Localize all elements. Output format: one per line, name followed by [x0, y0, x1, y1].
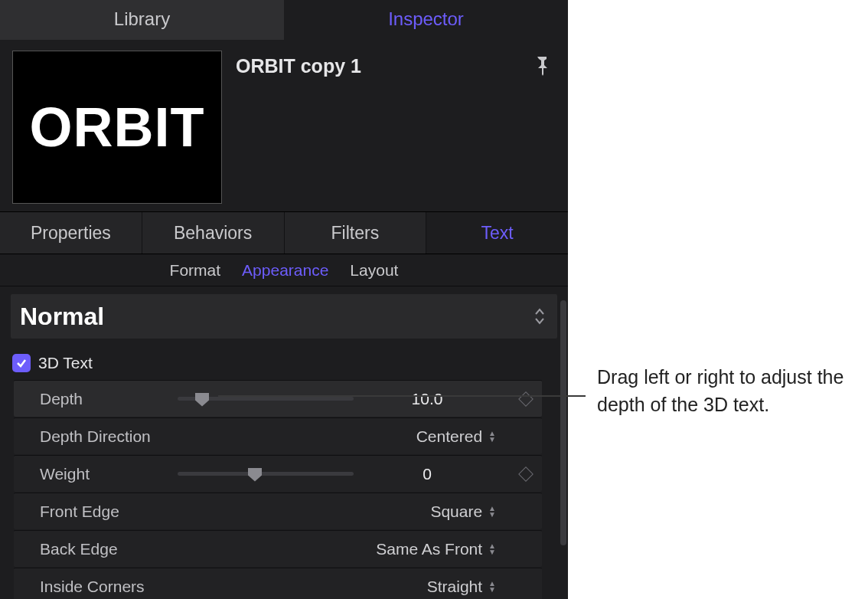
param-front-edge: Front Edge Square ▲▼	[14, 493, 542, 529]
param-weight: Weight 0	[14, 455, 542, 492]
object-title: ORBIT copy 1	[236, 51, 361, 80]
tab-inspector[interactable]: Inspector	[284, 0, 568, 40]
param-inside-corners: Inside Corners Straight ▲▼	[14, 568, 542, 599]
inside-corners-label: Inside Corners	[24, 578, 178, 596]
back-edge-popup[interactable]: Same As Front ▲▼	[178, 540, 501, 558]
subtab-appearance[interactable]: Appearance	[242, 261, 328, 280]
tab-properties[interactable]: Properties	[0, 212, 142, 254]
3d-text-label: 3D Text	[38, 354, 93, 372]
subtab-layout[interactable]: Layout	[350, 261, 398, 280]
depth-direction-label: Depth Direction	[24, 427, 178, 446]
updown-stepper-icon: ▲▼	[488, 543, 496, 555]
front-edge-value: Square	[430, 502, 482, 521]
depth-value[interactable]: 10.0	[354, 390, 501, 408]
updown-stepper-icon: ▲▼	[488, 430, 496, 443]
inside-corners-popup[interactable]: Straight ▲▼	[178, 578, 501, 596]
tab-text[interactable]: Text	[426, 212, 568, 254]
checkmark-icon	[15, 357, 28, 369]
top-tabs: Library Inspector	[0, 0, 568, 40]
back-edge-label: Back Edge	[24, 540, 178, 558]
text-style-value: Normal	[20, 303, 104, 331]
tab-library[interactable]: Library	[0, 0, 284, 40]
front-edge-label: Front Edge	[24, 502, 178, 521]
3d-text-checkbox[interactable]	[12, 354, 31, 372]
inspector-panel: Library Inspector ORBIT ORBIT copy 1 Pro…	[0, 0, 568, 599]
param-depth: Depth 10.0	[14, 380, 542, 417]
pin-icon	[534, 55, 550, 77]
text-style-popup[interactable]: Normal	[11, 294, 557, 339]
tab-behaviors[interactable]: Behaviors	[142, 212, 285, 254]
subtab-format[interactable]: Format	[170, 261, 221, 280]
depth-slider[interactable]	[178, 388, 354, 410]
weight-slider[interactable]	[178, 463, 354, 485]
callout-text: Drag left or right to adjust the depth o…	[597, 363, 857, 418]
param-depth-direction: Depth Direction Centered ▲▼	[14, 417, 542, 454]
3d-text-checkbox-row: 3D Text	[11, 349, 557, 380]
keyframe-diamond-icon[interactable]	[518, 466, 534, 482]
weight-slider-thumb[interactable]	[248, 468, 262, 482]
depth-direction-popup[interactable]: Centered ▲▼	[178, 427, 501, 446]
callout-line	[218, 395, 586, 397]
scrollbar[interactable]	[560, 300, 566, 545]
3d-text-section: 3D Text Depth 10.0 Depth Direction Cente…	[0, 346, 568, 599]
weight-label: Weight	[24, 465, 178, 483]
updown-stepper-icon: ▲▼	[488, 506, 496, 518]
keyframe-diamond-icon[interactable]	[518, 391, 534, 407]
depth-direction-value: Centered	[416, 427, 482, 446]
back-edge-value: Same As Front	[376, 540, 482, 558]
depth-slider-thumb[interactable]	[195, 393, 209, 407]
front-edge-popup[interactable]: Square ▲▼	[178, 502, 501, 521]
preview-thumbnail[interactable]: ORBIT	[12, 51, 222, 204]
tab-filters[interactable]: Filters	[285, 212, 427, 254]
inspector-pane-tabs: Properties Behaviors Filters Text	[0, 211, 568, 254]
inspector-header: ORBIT ORBIT copy 1	[0, 40, 568, 211]
preview-text: ORBIT	[30, 96, 205, 159]
inside-corners-value: Straight	[427, 578, 482, 596]
depth-label: Depth	[24, 390, 178, 408]
updown-stepper-icon	[534, 308, 545, 325]
param-back-edge: Back Edge Same As Front ▲▼	[14, 530, 542, 567]
weight-value[interactable]: 0	[354, 465, 501, 483]
3d-params-list: Depth 10.0 Depth Direction Centered ▲▼ W…	[14, 380, 542, 599]
text-subtabs: Format Appearance Layout	[0, 254, 568, 286]
pin-button[interactable]	[534, 51, 556, 80]
updown-stepper-icon: ▲▼	[488, 581, 496, 593]
